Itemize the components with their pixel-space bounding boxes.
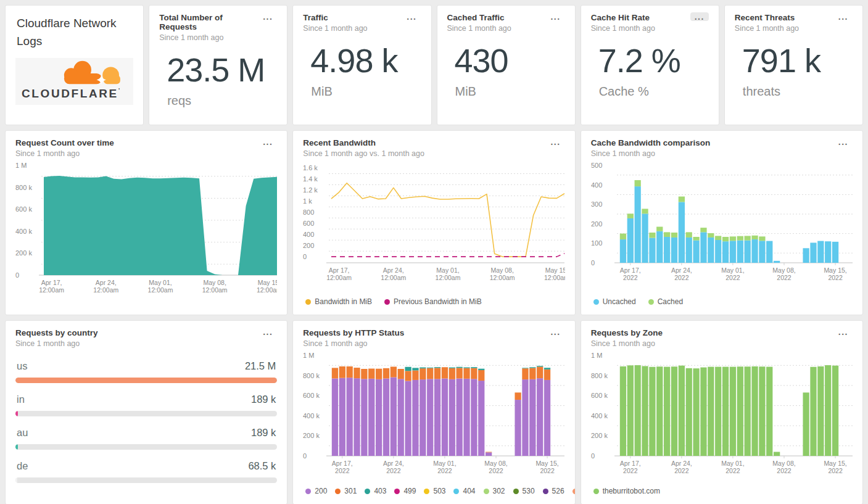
stat-unit: MiB [455,85,565,99]
svg-text:200 k: 200 k [15,249,32,257]
stat-value: 430 [455,44,565,77]
panel-menu-button[interactable]: ... [546,12,564,21]
panel-subtitle: Since 1 month ago [15,339,98,348]
svg-text:Apr 17,12:00am: Apr 17,12:00am [326,266,352,281]
legend-color-dot-icon [424,489,429,494]
panel-menu-button[interactable]: ... [546,138,564,146]
chart-legend: 200301403499503404302530526524 [303,485,564,497]
chart-legend: UncachedCached [591,296,853,307]
svg-text:200: 200 [591,220,602,228]
legend-color-dot-icon [648,299,654,305]
legend-item[interactable]: 302 [484,487,505,495]
panel-subtitle: Since 1 month ago [303,339,404,348]
panel-subtitle: Since 1 month ago vs. 1 month ago [303,149,424,158]
svg-text:May 15,2022: May 15,2022 [824,460,846,474]
cloudflare-logo: CLOUDFLARE' [15,58,133,105]
cloudflare-wordmark: CLOUDFLARE' [22,87,120,101]
legend-item[interactable]: 526 [543,487,564,495]
svg-text:May 08,12:00am: May 08,12:00am [490,266,515,281]
panel-title: Cached Traffic [447,13,511,22]
top-row: Cloudflare Network Logs CLOUDFLARE' Tota… [5,5,863,125]
legend-item[interactable]: 524 [572,487,576,495]
panel-menu-button[interactable]: ... [546,328,564,336]
legend-label: 503 [433,487,445,495]
legend-color-dot-icon [335,489,341,494]
legend-color-dot-icon [305,489,311,494]
legend-item[interactable]: 200 [305,487,327,495]
svg-text:400: 400 [303,231,314,238]
svg-text:May 01,12:00am: May 01,12:00am [436,266,461,281]
svg-text:500: 500 [591,162,602,169]
panel-subtitle: Since 1 month ago [15,149,114,158]
legend-label: Bandwidth in MiB [315,297,372,306]
recent-bandwidth-chart[interactable]: 02004006008001 k1.2 k1.4 k1.6 kApr 17,12… [303,160,564,284]
legend-label: Cached [658,297,683,306]
legend-item[interactable]: Previous Bandwidth in MiB [384,297,482,306]
country-value: 21.5 M [245,360,276,372]
panel-menu-button[interactable]: ... [258,138,277,146]
svg-text:1 k: 1 k [303,197,312,205]
zone-chart[interactable]: 0200 k400 k600 k800 k1 MApr 17,2022Apr 2… [591,350,853,477]
panel-request-count-over-time: Request Count over time Since 1 month ag… [5,130,287,315]
svg-text:Apr 17,2022: Apr 17,2022 [620,266,641,281]
panel-subtitle: Since 1 month ago [159,33,258,42]
cloudflare-cloud-icon [51,59,131,87]
legend-item[interactable]: Bandwidth in MiB [305,297,372,306]
country-row: in189 k [15,394,277,416]
legend-item[interactable]: 503 [424,487,445,495]
svg-text:Apr 24,2022: Apr 24,2022 [671,266,692,281]
panel-recent-bandwidth: Recent Bandwidth Since 1 month ago vs. 1… [292,130,575,315]
legend-color-dot-icon [593,299,599,305]
legend-item[interactable]: theburritobot.com [593,487,660,495]
svg-text:Apr 24,12:00am: Apr 24,12:00am [381,266,407,281]
stat-unit: Cache % [599,85,709,99]
legend-item[interactable]: 404 [453,487,475,495]
country-label: in [17,394,25,405]
svg-text:600 k: 600 k [15,205,32,213]
country-value: 68.5 k [248,460,276,472]
panel-menu-button[interactable]: ... [690,12,709,21]
svg-text:1 M: 1 M [15,162,27,169]
legend-item[interactable]: 530 [513,487,535,495]
legend-color-dot-icon [365,489,370,494]
legend-color-dot-icon [513,489,519,494]
cache-bandwidth-chart[interactable]: 0100200300400500Apr 17,2022Apr 24,2022Ma… [591,160,853,284]
legend-label: 526 [552,487,564,495]
legend-item[interactable]: Uncached [593,297,636,306]
svg-text:May 15,2022: May 15,2022 [536,460,559,474]
svg-text:Apr 24,2022: Apr 24,2022 [671,460,692,474]
country-label: de [17,460,28,472]
country-list: us21.5 Min189 kau189 kde68.5 k [15,360,277,494]
stat-value: 791 k [742,44,853,77]
svg-text:Apr 24,2022: Apr 24,2022 [383,460,404,474]
http-status-chart[interactable]: 0200 k400 k600 k800 k1 MApr 17,2022Apr 2… [303,350,564,477]
chart-legend: Bandwidth in MiBPrevious Bandwidth in Mi… [303,296,564,307]
panel-menu-button[interactable]: ... [834,138,853,146]
stat-value: 7.2 % [598,44,709,77]
stat-unit: reqs [167,94,277,108]
panel-menu-button[interactable]: ... [834,328,853,336]
panel-recent-threats: Recent Threats Since 1 month ago ... 791… [724,5,863,125]
panel-subtitle: Since 1 month ago [591,339,663,348]
country-bar-fill [15,444,18,450]
svg-text:0: 0 [591,259,595,266]
legend-color-dot-icon [543,489,548,494]
legend-item[interactable]: 403 [365,487,386,495]
panel-menu-button[interactable]: ... [402,12,421,21]
panel-title: Requests by Zone [591,328,663,337]
country-row: au189 k [15,427,277,450]
legend-item[interactable]: 301 [335,487,357,495]
panel-menu-button[interactable]: ... [258,12,277,21]
panel-menu-button[interactable]: ... [834,12,853,21]
country-bar-track [15,477,277,483]
panel-menu-button[interactable]: ... [258,328,277,336]
request-count-chart[interactable]: 0200 k400 k600 k800 k1 MApr 17,12:00amAp… [15,160,277,296]
svg-text:400 k: 400 k [15,228,32,235]
svg-text:0: 0 [303,452,307,460]
panel-title: Recent Threats [735,13,799,22]
legend-item[interactable]: 499 [394,487,416,495]
svg-text:1 M: 1 M [591,352,602,359]
country-bar-fill [15,378,277,383]
legend-item[interactable]: Cached [648,297,683,306]
legend-color-dot-icon [484,489,489,494]
